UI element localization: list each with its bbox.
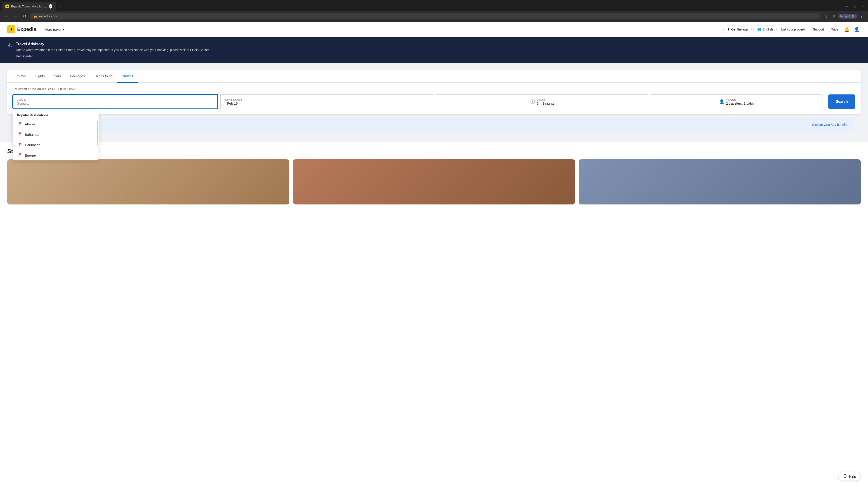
tab-cars[interactable]: Cars [49, 70, 66, 83]
site-header: ✈ Expedia More travel ▾ ⬇ Get the app 🌐 … [0, 22, 868, 37]
dates-label: Sailing between [224, 98, 429, 101]
incognito-badge[interactable]: Incognito (2) [838, 14, 857, 19]
toolbar-right: ☆ ⧉ Incognito (2) ⋮ [822, 13, 865, 20]
going-to-wrapper: Going to Going to Popular destinations 📍… [13, 94, 218, 109]
user-account-button[interactable]: 👤 [852, 25, 861, 33]
stay-section: St [0, 142, 868, 210]
dropdown-scrollbar[interactable] [97, 121, 98, 145]
going-to-label: Going to [17, 98, 214, 101]
maximize-button[interactable]: ❐ [852, 3, 858, 9]
one-key-text: eligible booking you make. Get started! [29, 123, 809, 127]
advisory-content: Travel Advisory Due to winter weather in… [16, 42, 210, 58]
support-link[interactable]: Support [810, 26, 827, 33]
close-window-button[interactable]: × [860, 3, 866, 9]
search-section: Stays Flights Cars Packages Things to do… [0, 63, 868, 142]
logo-icon: ✈ [7, 25, 16, 33]
tab-close-button[interactable]: × [49, 4, 53, 9]
browser-tab-bar: ✈ Expedia Travel: Vacation Hom... × + — … [0, 0, 868, 11]
download-icon: ⬇ [727, 28, 730, 31]
stay-section-title: St [7, 148, 861, 155]
tab-favicon: ✈ [5, 4, 9, 8]
search-button[interactable]: Search [828, 94, 855, 109]
logo-text: Expedia [17, 26, 36, 32]
stay-card-1[interactable] [7, 159, 289, 204]
page-content: ✈ Expedia More travel ▾ ⬇ Get the app 🌐 … [0, 22, 868, 488]
explore-one-key-link[interactable]: Explore One Key benefits [812, 123, 848, 127]
globe-icon: 🌐 [757, 28, 761, 31]
tab-stays[interactable]: Stays [13, 70, 30, 83]
get-app-label: Get the app [731, 28, 748, 31]
destinations-dropdown: Popular destinations 📍 Alaska 📍 Bahamas [13, 110, 98, 160]
search-tabs: Stays Flights Cars Packages Things to do… [7, 70, 861, 83]
location-icon: 📍 [17, 142, 22, 147]
more-travel-button[interactable]: More travel ▾ [41, 26, 67, 33]
stay-card-3[interactable] [579, 159, 861, 204]
warning-icon: ⚠ [7, 42, 12, 48]
advisory-banner: ⚠ Travel Advisory Due to winter weather … [0, 37, 868, 63]
dates-field[interactable]: Sailing between – Feb 16 [220, 94, 433, 109]
location-icon: 📍 [17, 122, 22, 127]
tab-cruises[interactable]: Cruises [117, 70, 138, 83]
logo-link[interactable]: ✈ Expedia [7, 25, 36, 33]
trips-link[interactable]: Trips [829, 26, 841, 33]
search-widget: Stays Flights Cars Packages Things to do… [7, 70, 861, 114]
destination-bahamas-label: Bahamas [25, 133, 39, 136]
chat-icon: 💬 [843, 474, 847, 478]
help-center-link[interactable]: Help Center [16, 55, 33, 58]
duration-label: Duration [537, 98, 555, 101]
bookmark-button[interactable]: ☆ [822, 13, 829, 20]
more-travel-label: More travel [44, 28, 61, 31]
search-form-area: For expert cruise advice, call 1-800-916… [7, 83, 861, 114]
destination-europe[interactable]: 📍 Europe [13, 150, 98, 160]
going-to-value: Going to [17, 101, 214, 105]
split-view-button[interactable]: ⧉ [830, 13, 837, 20]
list-property-link[interactable]: List your property [778, 26, 808, 33]
tab-packages[interactable]: Packages [65, 70, 89, 83]
browser-toolbar: ← → ↻ 🔒 ☆ ⧉ Incognito (2) ⋮ [0, 11, 868, 22]
lock-icon: 🔒 [33, 14, 37, 18]
destination-alaska[interactable]: 📍 Alaska [13, 119, 98, 129]
tab-flights[interactable]: Flights [30, 70, 49, 83]
location-icon: 📍 [17, 153, 22, 158]
tab-things-to-do[interactable]: Things to do [89, 70, 117, 83]
destination-caribbean[interactable]: 📍 Caribbean [13, 140, 98, 150]
address-bar[interactable]: 🔒 [30, 13, 820, 20]
url-input[interactable] [39, 14, 817, 18]
back-button[interactable]: ← [3, 13, 10, 20]
travelers-label: Travelers [726, 98, 755, 101]
destination-europe-label: Europe [25, 153, 36, 157]
dates-value: – Feb 16 [224, 101, 429, 105]
browser-chrome: ✈ Expedia Travel: Vacation Hom... × + — … [0, 0, 868, 22]
going-to-field[interactable]: Going to Going to [13, 94, 218, 109]
duration-field[interactable]: 🕐 Duration 3 – 9 nights [436, 94, 648, 109]
menu-button[interactable]: ⋮ [858, 13, 865, 20]
stay-card-2[interactable] [293, 159, 575, 204]
forward-button[interactable]: → [12, 13, 19, 20]
notifications-button[interactable]: 🔔 [843, 25, 851, 33]
travelers-value: 2 travelers, 1 cabin [726, 101, 755, 105]
one-key-banner: 🔑 eligible booking you make. Get started… [14, 118, 854, 131]
cruise-advice-text: For expert cruise advice, call 1-800-916… [13, 87, 855, 91]
duration-value: 3 – 9 nights [537, 101, 555, 105]
window-controls: — ❐ × [844, 3, 866, 9]
new-tab-button[interactable]: + [57, 3, 63, 10]
help-label: Help [849, 475, 856, 478]
advisory-text: Due to winter weather in the United Stat… [16, 48, 210, 53]
travelers-field[interactable]: 👤 Travelers 2 travelers, 1 cabin [651, 94, 823, 109]
location-icon: 📍 [17, 132, 22, 137]
minimize-button[interactable]: — [844, 3, 850, 9]
language-button[interactable]: 🌐 English [753, 26, 777, 33]
clock-icon: 🕐 [530, 99, 535, 104]
browser-tab-active[interactable]: ✈ Expedia Travel: Vacation Hom... × [2, 2, 56, 11]
reload-button[interactable]: ↻ [21, 13, 28, 20]
destination-bahamas[interactable]: 📍 Bahamas [13, 129, 98, 140]
language-label: English [763, 28, 773, 31]
advisory-title: Travel Advisory [16, 42, 210, 46]
person-icon: 👤 [719, 99, 724, 104]
help-button[interactable]: 💬 Help [838, 472, 861, 481]
tab-title: Expedia Travel: Vacation Hom... [11, 5, 47, 8]
header-right: ⬇ Get the app 🌐 English List your proper… [723, 25, 861, 33]
get-app-button[interactable]: ⬇ Get the app [723, 26, 752, 33]
stay-cards [7, 159, 861, 204]
destination-alaska-label: Alaska [25, 122, 35, 126]
